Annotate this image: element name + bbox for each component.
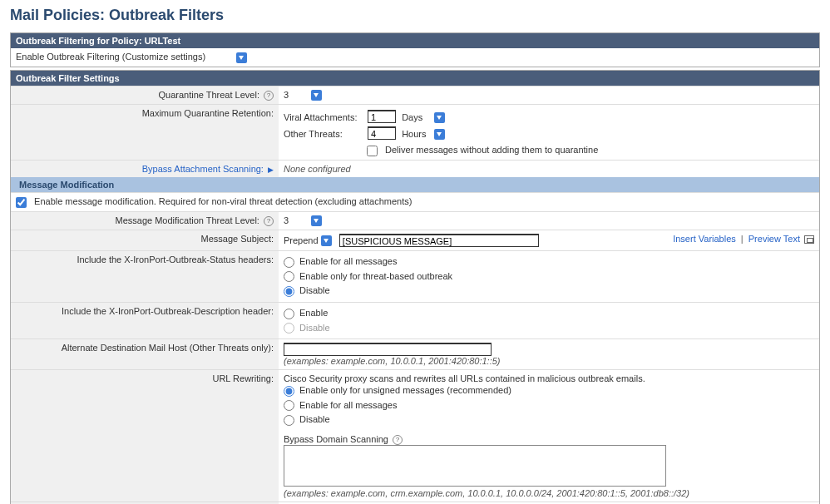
bypass-scanning-value: None configured xyxy=(284,164,351,174)
chevron-right-icon: ▶ xyxy=(268,166,274,174)
subject-row: Message Subject: Prepend Insert Variable… xyxy=(11,230,819,250)
enable-mod-label: Enable message modification. Required fo… xyxy=(34,196,412,206)
alt-host-example: (examples: example.com, 10.0.0.1, 2001:4… xyxy=(284,356,814,366)
url-rewriting-desc: Cisco Security proxy scans and rewrites … xyxy=(284,373,814,383)
filtering-section: Outbreak Filtering for Policy: URLTest E… xyxy=(10,32,820,67)
enable-filtering-row[interactable]: Enable Outbreak Filtering (Customize set… xyxy=(11,48,819,67)
alt-host-row: Alternate Destination Mail Host (Other T… xyxy=(11,338,819,369)
filtering-header: Outbreak Filtering for Policy: URLTest xyxy=(11,33,819,48)
bypass-scanning-link[interactable]: Bypass Attachment Scanning: xyxy=(142,164,264,174)
bypass-scanning-row: Bypass Attachment Scanning: ▶ None confi… xyxy=(11,160,819,177)
url-opt-unsigned[interactable]: Enable only for unsigned messages (recom… xyxy=(284,383,814,398)
other-unit-label: Hours xyxy=(402,129,432,139)
status-header-row: Include the X-IronPort-Outbreak-Status h… xyxy=(11,250,819,302)
desc-opt-disable[interactable]: Disable xyxy=(284,321,814,336)
url-rewriting-row: URL Rewriting: Cisco Security proxy scan… xyxy=(11,369,819,502)
settings-section: Outbreak Filter Settings Quarantine Thre… xyxy=(10,70,820,504)
help-icon[interactable]: ? xyxy=(393,435,403,445)
retention-label: Maximum Quarantine Retention: xyxy=(142,108,274,118)
desc-opt-enable[interactable]: Enable xyxy=(284,306,814,321)
viral-unit-label: Days xyxy=(402,112,432,122)
mod-threat-dropdown[interactable] xyxy=(311,215,322,226)
quarantine-threat-value: 3 xyxy=(284,90,309,100)
url-rewriting-label: URL Rewriting: xyxy=(212,373,274,383)
insert-variables-link[interactable]: Insert Variables xyxy=(673,234,736,244)
alt-host-label: Alternate Destination Mail Host (Other T… xyxy=(62,343,274,353)
subject-mode-dropdown[interactable] xyxy=(321,235,332,246)
enable-filtering-dropdown-icon[interactable] xyxy=(236,52,247,63)
preview-text-link[interactable]: Preview Text xyxy=(748,234,800,244)
status-opt-disable[interactable]: Disable xyxy=(284,284,814,299)
help-icon[interactable]: ? xyxy=(264,216,274,226)
settings-header: Outbreak Filter Settings xyxy=(11,71,819,86)
quarantine-threat-row: Quarantine Threat Level: ? 3 xyxy=(11,86,819,105)
deliver-checkbox[interactable] xyxy=(367,146,378,156)
help-icon[interactable]: ? xyxy=(264,91,274,101)
enable-mod-checkbox[interactable] xyxy=(16,197,27,208)
other-threats-label: Other Threats: xyxy=(284,129,365,139)
desc-header-row: Include the X-IronPort-Outbreak-Descript… xyxy=(11,302,819,338)
alt-host-input[interactable] xyxy=(284,343,492,356)
other-threats-input[interactable] xyxy=(368,126,396,140)
deliver-label: Deliver messages without adding them to … xyxy=(385,145,598,155)
mod-threat-row: Message Modification Threat Level: ? 3 xyxy=(11,211,819,230)
quarantine-threat-dropdown[interactable] xyxy=(311,90,322,101)
other-unit-dropdown[interactable] xyxy=(434,129,445,140)
status-opt-threat[interactable]: Enable only for threat-based outbreak xyxy=(284,269,814,284)
preview-icon[interactable] xyxy=(804,235,814,244)
retention-row: Maximum Quarantine Retention: Viral Atta… xyxy=(11,104,819,160)
mod-threat-label: Message Modification Threat Level: xyxy=(115,215,259,225)
quarantine-threat-label: Quarantine Threat Level: xyxy=(158,90,259,100)
status-opt-all[interactable]: Enable for all messages xyxy=(284,254,814,269)
bypass-domain-label: Bypass Domain Scanning xyxy=(284,434,388,444)
enable-filtering-label: Enable Outbreak Filtering (Customize set… xyxy=(16,52,205,62)
viral-attach-label: Viral Attachments: xyxy=(284,112,365,122)
viral-unit-dropdown[interactable] xyxy=(434,112,445,123)
subject-label: Message Subject: xyxy=(201,234,274,244)
subject-input[interactable] xyxy=(339,234,539,247)
status-header-label: Include the X-IronPort-Outbreak-Status h… xyxy=(77,254,274,264)
bypass-domain-example: (examples: example.com, crm.example.com,… xyxy=(284,488,814,498)
enable-mod-row: Enable message modification. Required fo… xyxy=(11,192,819,211)
url-opt-all[interactable]: Enable for all messages xyxy=(284,398,814,413)
desc-header-label: Include the X-IronPort-Outbreak-Descript… xyxy=(62,306,274,316)
mod-threat-value: 3 xyxy=(284,215,309,225)
subject-mode-value: Prepend xyxy=(284,235,319,245)
message-modification-subheader: Message Modification xyxy=(11,177,819,192)
viral-attach-input[interactable] xyxy=(368,110,396,123)
bypass-domain-textarea[interactable] xyxy=(284,445,666,487)
url-opt-disable[interactable]: Disable xyxy=(284,413,814,427)
page-title: Mail Policies: Outbreak Filters xyxy=(10,7,820,24)
